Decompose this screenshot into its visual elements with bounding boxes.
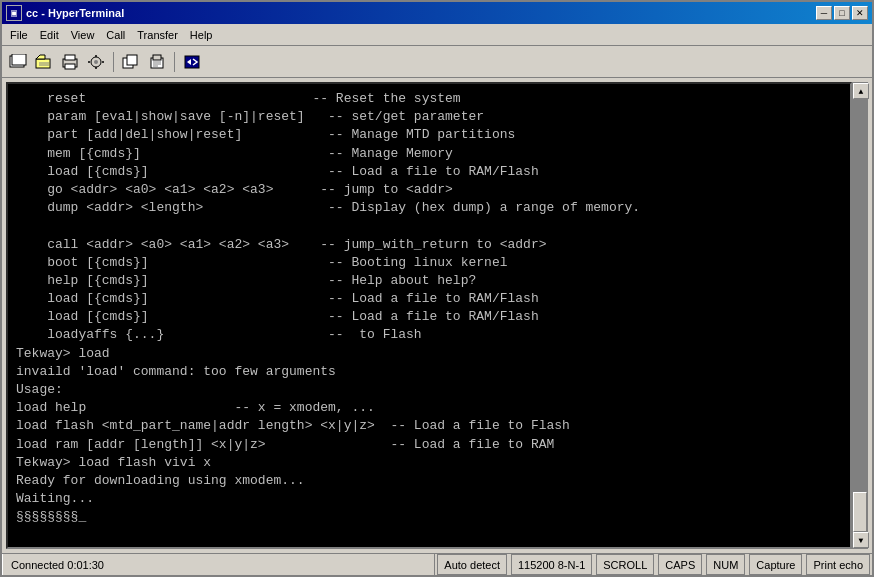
terminal[interactable]: reset -- Reset the system param [eval|sh… (6, 82, 852, 549)
scrollbar: ▲ ▼ (852, 82, 868, 549)
title-bar: ▣ cc - HyperTerminal ─ □ ✕ (2, 2, 872, 24)
svg-rect-5 (65, 64, 75, 69)
maximize-button[interactable]: □ (834, 6, 850, 20)
close-button[interactable]: ✕ (852, 6, 868, 20)
connection-text: Connected 0:01:30 (11, 559, 104, 571)
connection-status: Connected 0:01:30 (2, 554, 435, 575)
svg-rect-9 (127, 55, 137, 65)
paste-button[interactable] (145, 50, 169, 74)
menu-call[interactable]: Call (100, 27, 131, 43)
baud-status: 115200 8-N-1 (511, 554, 592, 575)
menu-transfer[interactable]: Transfer (131, 27, 184, 43)
print-echo-text: Print echo (813, 559, 863, 571)
copy-button[interactable] (119, 50, 143, 74)
baud-text: 115200 8-N-1 (518, 559, 585, 571)
scroll-up-button[interactable]: ▲ (853, 83, 869, 99)
detection-text: Auto detect (444, 559, 500, 571)
terminal-content: reset -- Reset the system param [eval|sh… (16, 90, 842, 527)
menu-edit[interactable]: Edit (34, 27, 65, 43)
minimize-button[interactable]: ─ (816, 6, 832, 20)
menu-bar: File Edit View Call Transfer Help (2, 24, 872, 46)
svg-point-7 (94, 60, 98, 64)
toolbar-separator-1 (113, 52, 114, 72)
scroll-thumb[interactable] (853, 492, 867, 532)
caps-text: CAPS (665, 559, 695, 571)
window-title: cc - HyperTerminal (26, 7, 124, 19)
scroll-text: SCROLL (603, 559, 647, 571)
toolbar (2, 46, 872, 78)
window-controls: ─ □ ✕ (816, 6, 868, 20)
menu-file[interactable]: File (4, 27, 34, 43)
capture-text: Capture (756, 559, 795, 571)
menu-help[interactable]: Help (184, 27, 219, 43)
title-bar-left: ▣ cc - HyperTerminal (6, 5, 124, 21)
print-button[interactable] (58, 50, 82, 74)
main-window: ▣ cc - HyperTerminal ─ □ ✕ File Edit Vie… (0, 0, 874, 577)
window-icon: ▣ (6, 5, 22, 21)
scroll-down-button[interactable]: ▼ (853, 532, 869, 548)
scroll-track[interactable] (853, 99, 867, 532)
scroll-status: SCROLL (596, 554, 654, 575)
svg-rect-4 (65, 55, 75, 60)
new-connection-button[interactable] (6, 50, 30, 74)
capture-status: Capture (749, 554, 802, 575)
menu-view[interactable]: View (65, 27, 101, 43)
caps-status: CAPS (658, 554, 702, 575)
open-button[interactable] (32, 50, 56, 74)
properties-button[interactable] (84, 50, 108, 74)
num-status: NUM (706, 554, 745, 575)
svg-rect-11 (153, 55, 161, 60)
print-echo-status: Print echo (806, 554, 870, 575)
hyperterm-button[interactable] (180, 50, 204, 74)
svg-rect-1 (12, 54, 26, 65)
terminal-wrapper: reset -- Reset the system param [eval|sh… (2, 78, 872, 553)
status-bar: Connected 0:01:30 Auto detect 115200 8-N… (2, 553, 872, 575)
toolbar-separator-2 (174, 52, 175, 72)
num-text: NUM (713, 559, 738, 571)
detection-status: Auto detect (437, 554, 507, 575)
